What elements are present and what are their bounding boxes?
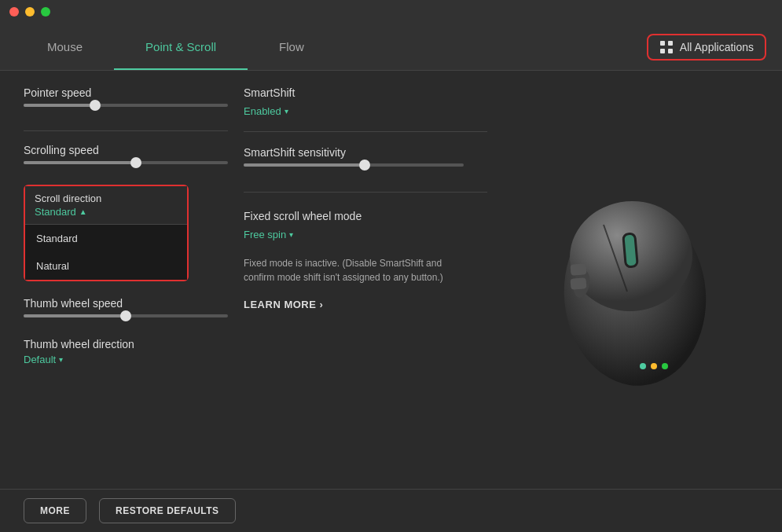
right-divider-2: [244, 192, 487, 193]
smartshift-sensitivity-label: SmartShift sensitivity: [244, 146, 487, 159]
scroll-direction-option-standard[interactable]: Standard: [25, 225, 187, 252]
smartshift-chevron: ▾: [285, 107, 288, 116]
scroll-direction-value: Standard ▲: [35, 206, 101, 218]
thumb-wheel-direction-section: Thumb wheel direction Default ▾: [24, 338, 228, 365]
svg-point-10: [640, 363, 646, 369]
svg-rect-0: [660, 41, 665, 46]
svg-point-11: [651, 363, 657, 369]
scroll-direction-chevron: ▲: [79, 207, 87, 216]
svg-rect-2: [660, 49, 665, 53]
scroll-direction-option-natural[interactable]: Natural: [25, 252, 187, 280]
right-settings-column: SmartShift Enabled ▾ SmartShift sensitiv…: [236, 71, 487, 489]
svg-rect-3: [668, 49, 673, 53]
smartshift-sensitivity-thumb[interactable]: [359, 160, 370, 171]
svg-rect-1: [668, 41, 673, 46]
svg-point-12: [662, 363, 668, 369]
svg-rect-13: [570, 263, 586, 276]
pointer-speed-thumb[interactable]: [90, 100, 101, 111]
scrolling-speed-section: Scrolling speed: [24, 144, 228, 175]
all-applications-button[interactable]: All Applications: [647, 34, 766, 61]
learn-more-chevron: ›: [319, 299, 323, 310]
scroll-direction-label: Scroll direction: [35, 193, 101, 204]
learn-more-link[interactable]: LEARN MORE ›: [244, 299, 487, 310]
minimize-button[interactable]: [25, 7, 35, 17]
fixed-scroll-section: Fixed scroll wheel mode Free spin ▾: [244, 210, 487, 240]
close-button[interactable]: [9, 7, 19, 17]
fixed-scroll-dropdown[interactable]: Free spin ▾: [244, 229, 487, 240]
scroll-direction-dropdown[interactable]: Scroll direction Standard ▲ Standard Nat…: [24, 185, 189, 281]
left-column: Pointer speed Scrolling speed Scroll dir…: [0, 71, 236, 489]
mouse-illustration: [541, 170, 729, 390]
more-button[interactable]: MORE: [24, 498, 86, 523]
thumb-wheel-speed-section: Thumb wheel speed: [24, 297, 228, 328]
thumb-wheel-direction-label: Thumb wheel direction: [24, 338, 228, 350]
restore-defaults-button[interactable]: RESTORE DEFAULTS: [99, 498, 236, 523]
scrolling-speed-slider[interactable]: [24, 161, 228, 164]
button-bar: MORE RESTORE DEFAULTS: [0, 489, 782, 532]
tab-point-scroll[interactable]: Point & Scroll: [114, 24, 248, 70]
scrolling-speed-thumb[interactable]: [130, 157, 141, 168]
divider-1: [24, 130, 228, 131]
thumb-wheel-speed-slider[interactable]: [24, 314, 228, 317]
scrolling-speed-label: Scrolling speed: [24, 144, 228, 156]
fixed-mode-note: Fixed mode is inactive. (Disable SmartSh…: [244, 256, 464, 284]
right-divider-1: [244, 131, 487, 132]
title-bar: [0, 0, 782, 24]
pointer-speed-label: Pointer speed: [24, 86, 228, 99]
main-content: Pointer speed Scrolling speed Scroll dir…: [0, 71, 782, 489]
smartshift-dropdown[interactable]: Enabled ▾: [244, 105, 487, 117]
scroll-direction-header[interactable]: Scroll direction Standard ▲: [25, 186, 187, 224]
tab-mouse[interactable]: Mouse: [16, 24, 114, 70]
scroll-direction-options: Standard Natural: [25, 224, 187, 280]
tab-flow[interactable]: Flow: [248, 24, 336, 70]
smartshift-sensitivity-slider[interactable]: [244, 163, 464, 167]
fixed-scroll-label: Fixed scroll wheel mode: [244, 210, 487, 222]
smartshift-sensitivity-section: SmartShift sensitivity: [244, 146, 487, 178]
maximize-button[interactable]: [41, 7, 50, 17]
thumb-wheel-direction-chevron: ▾: [59, 355, 63, 364]
thumb-wheel-speed-thumb[interactable]: [120, 310, 131, 321]
thumb-wheel-speed-label: Thumb wheel speed: [24, 297, 228, 310]
fixed-scroll-chevron: ▾: [289, 230, 293, 239]
svg-rect-14: [570, 277, 586, 290]
grid-icon: [659, 40, 674, 54]
smartshift-section: SmartShift Enabled ▾: [244, 86, 487, 117]
thumb-wheel-direction-dropdown[interactable]: Default ▾: [24, 354, 228, 365]
mouse-image-area: [487, 71, 782, 489]
smartshift-label: SmartShift: [244, 86, 487, 99]
pointer-speed-section: Pointer speed: [24, 86, 228, 118]
pointer-speed-slider[interactable]: [24, 104, 228, 107]
tab-bar: Mouse Point & Scroll Flow All Applicatio…: [0, 24, 782, 71]
